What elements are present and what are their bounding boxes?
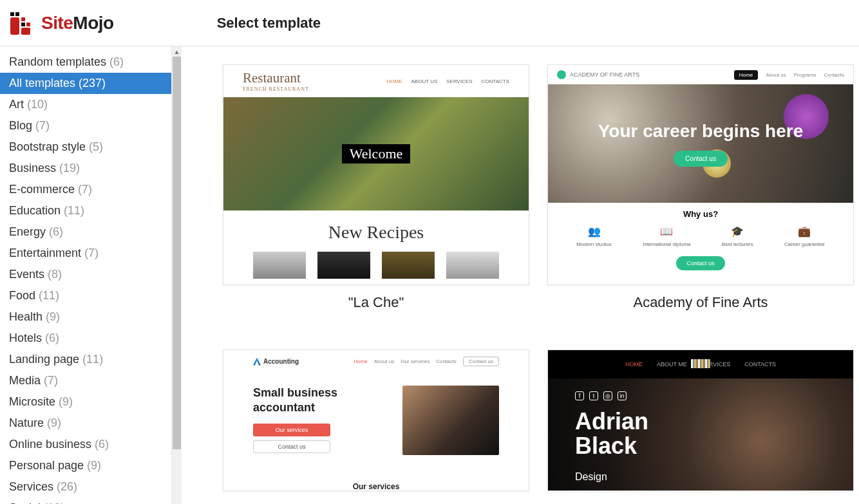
template-grid-area: Restaurant FRENCH RESTAURANT HOME ABOUT … — [182, 46, 859, 504]
svg-rect-3 — [21, 17, 25, 21]
category-item[interactable]: E-commerce (7) — [0, 179, 182, 200]
app-header: SiteMojo Select template — [0, 0, 859, 46]
category-item[interactable]: Nature (9) — [0, 413, 182, 434]
preview-hero: Welcome — [223, 97, 529, 210]
category-item[interactable]: Microsite (9) — [0, 391, 182, 413]
sidebar-scrollbar[interactable]: ▲ ▼ — [171, 46, 182, 504]
preview-secondary-button: Contact us — [253, 440, 330, 453]
social-icon: t — [589, 391, 598, 400]
page-title: Select template — [217, 15, 321, 32]
svg-rect-2 — [10, 17, 19, 35]
preview-gallery — [223, 252, 529, 279]
preview-nav: HOME ABOUT US SERVICES CONTACTS — [387, 79, 509, 84]
preview-brand: ACADEMY OF FINE ARTS — [557, 70, 639, 79]
preview-hero: Your career begins here Contact us — [548, 84, 853, 203]
app-logo: SiteMojo — [9, 10, 114, 36]
preview-hero-image — [402, 386, 499, 455]
category-item[interactable]: Business (19) — [0, 158, 182, 179]
category-item[interactable]: Art (10) — [0, 94, 182, 115]
preview-subtitle: Design — [575, 471, 607, 483]
category-item[interactable]: Blog (7) — [0, 115, 182, 136]
template-thumbnail[interactable]: Restaurant FRENCH RESTAURANT HOME ABOUT … — [223, 64, 529, 285]
template-card-accounting: Accounting Home About us Our services Co… — [223, 350, 529, 491]
preview-primary-button: Our services — [253, 424, 330, 436]
preview-name: Adrian Black — [575, 409, 648, 458]
preview-hero: ft◎in Adrian Black Design — [548, 378, 853, 490]
template-title: Academy of Fine Arts — [547, 285, 854, 311]
preview-social-icons: ft◎in — [575, 391, 627, 400]
category-item[interactable]: Bootstrap style (5) — [0, 136, 182, 158]
category-item[interactable]: All templates (237) — [0, 73, 182, 94]
template-card-academy: ACADEMY OF FINE ARTS Home About us Progr… — [547, 64, 854, 311]
preview-feature: 👥Modern studios — [576, 225, 612, 247]
template-thumbnail[interactable]: HOME ABOUT ME SERVICES CONTACTS ft◎in Ad… — [547, 350, 854, 491]
template-title: "La Che" — [223, 285, 529, 311]
category-item[interactable]: Health (9) — [0, 306, 182, 328]
template-thumbnail[interactable]: ACADEMY OF FINE ARTS Home About us Progr… — [547, 64, 854, 285]
category-item[interactable]: Energy (6) — [0, 221, 182, 243]
svg-rect-5 — [26, 23, 30, 26]
template-card-adrian-black: HOME ABOUT ME SERVICES CONTACTS ft◎in Ad… — [547, 350, 854, 491]
category-item[interactable]: Hotels (6) — [0, 328, 182, 349]
category-item[interactable]: Entertainment (7) — [0, 243, 182, 264]
preview-headline: Your career begins here — [598, 121, 804, 142]
preview-nav: Home About us Programs Contacts — [734, 70, 844, 80]
preview-headline: Small business accountant — [253, 386, 383, 415]
preview-feature: 🎓Best lecturers — [722, 225, 753, 247]
category-item[interactable]: Education (11) — [0, 200, 182, 221]
svg-rect-1 — [15, 12, 19, 16]
preview-feature: 💼Career guarantee — [784, 225, 825, 247]
template-thumbnail[interactable]: Accounting Home About us Our services Co… — [223, 350, 529, 491]
preview-hero-text: Welcome — [342, 144, 411, 163]
category-item[interactable]: Random templates (6) — [0, 51, 182, 73]
preview-section-heading: Our services — [253, 455, 499, 491]
preview-brand: Restaurant FRENCH RESTAURANT — [243, 70, 309, 92]
category-item[interactable]: Landing page (11) — [0, 349, 182, 370]
social-icon: in — [618, 391, 627, 400]
category-item[interactable]: Personal page (9) — [0, 455, 182, 476]
category-item[interactable]: Food (11) — [0, 285, 182, 306]
preview-brand: Accounting — [253, 358, 299, 366]
category-item[interactable]: Services (26) — [0, 476, 182, 498]
preview-section-heading: Why us? — [548, 203, 853, 221]
category-sidebar: Random templates (6)All templates (237)A… — [0, 46, 182, 504]
preview-features: 👥Modern studios📖International diploma🎓Be… — [548, 221, 853, 254]
svg-rect-6 — [21, 28, 30, 35]
preview-section-heading: New Recipes — [223, 210, 529, 252]
category-item[interactable]: Social (10) — [0, 498, 182, 504]
preview-cta-button: Contact us — [674, 151, 728, 167]
category-item[interactable]: Online business (6) — [0, 434, 182, 455]
preview-nav: Home About us Our services Contacts Cont… — [354, 357, 499, 366]
category-item[interactable]: Media (7) — [0, 370, 182, 391]
svg-rect-4 — [21, 23, 25, 26]
logo-text: SiteMojo — [41, 13, 114, 33]
scrollbar-thumb[interactable] — [173, 57, 181, 449]
svg-rect-0 — [10, 12, 14, 16]
social-icon: ◎ — [603, 391, 612, 400]
social-icon: f — [575, 391, 584, 400]
preview-logo-icon — [691, 359, 710, 368]
scroll-up-button[interactable]: ▲ — [172, 46, 182, 57]
preview-cta-button-2: Contact us — [676, 256, 724, 270]
logo-icon — [9, 10, 35, 36]
template-card-la-che: Restaurant FRENCH RESTAURANT HOME ABOUT … — [223, 64, 529, 311]
preview-feature: 📖International diploma — [643, 225, 690, 247]
category-item[interactable]: Events (8) — [0, 264, 182, 285]
